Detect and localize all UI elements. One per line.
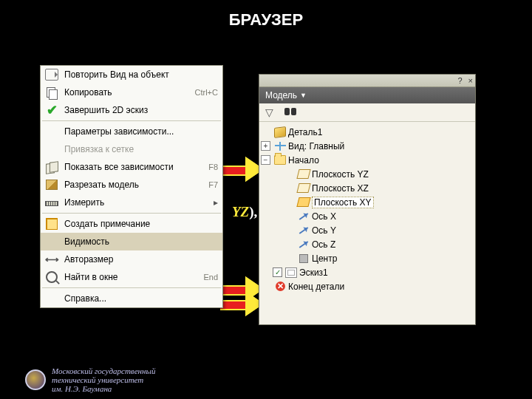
end-icon: ✕	[274, 281, 286, 293]
tree-node-label: Ось Y	[312, 225, 336, 236]
tree-sketch[interactable]: ✓Эскиз1	[261, 265, 474, 279]
tree-node-label: Конец детали	[288, 282, 344, 292]
tree-axis[interactable]: Ось X	[261, 209, 474, 223]
blank-icon	[44, 233, 60, 250]
help-button[interactable]: ?	[457, 76, 462, 85]
menu-item-label: Разрезать модель	[64, 180, 202, 190]
footer-text: Московский государственный технический у…	[52, 366, 155, 393]
menu-item-params[interactable]: Параметры зависимости...	[41, 123, 222, 140]
blank-icon	[44, 141, 60, 157]
filter-icon[interactable]: ▽	[264, 107, 274, 117]
browser-panel: ? × Модель ▼ ▽ Деталь1+Вид: Главный−Нача…	[259, 74, 476, 325]
sketch-icon	[285, 267, 297, 279]
menu-item-find[interactable]: Найти в окнеEnd	[41, 268, 222, 286]
close-button[interactable]: ×	[468, 76, 473, 85]
panel-toolbar: ▽	[259, 103, 475, 122]
axis-icon	[298, 239, 310, 250]
tree-plane[interactable]: Плоскость XY	[261, 195, 474, 209]
slide-title: БРАУЗЕР	[0, 0, 532, 30]
tree-node-label: Вид: Главный	[288, 141, 344, 151]
blank-icon	[44, 290, 60, 307]
plane-icon	[298, 197, 310, 208]
tree-toggle[interactable]: −	[261, 155, 270, 165]
tree-end[interactable]: ✕Конец детали	[261, 279, 474, 293]
footer: Московский государственный технический у…	[25, 366, 155, 393]
tree-axis[interactable]: Ось Z	[261, 237, 474, 251]
view-icon	[274, 140, 286, 152]
note-icon	[44, 216, 60, 232]
yz-label: YZ),	[232, 204, 257, 220]
tree-node-label: Центр	[312, 253, 337, 264]
menu-item-help[interactable]: Справка...	[41, 290, 222, 307]
menu-item-label: Завершить 2D эскиз	[64, 105, 218, 115]
tree-node-label: Ось X	[312, 211, 336, 222]
dim-icon: ⟷	[44, 251, 60, 267]
arrow-right-3	[220, 300, 245, 310]
menu-item-accel: Ctrl+C	[195, 88, 218, 97]
menu-item-repeat[interactable]: Повторить Вид на объект	[41, 66, 222, 83]
menu-item-label: Измерить	[64, 197, 209, 208]
menu-item-label: Видимость	[64, 236, 218, 247]
tree-node-label: Плоскость YZ	[312, 169, 369, 180]
tree-origin[interactable]: −Начало	[261, 153, 474, 167]
check-icon: ✔	[44, 102, 60, 118]
axis-icon	[298, 211, 310, 222]
menu-item-copy[interactable]: КопироватьCtrl+C	[41, 83, 222, 101]
slice-icon	[44, 177, 60, 193]
folder-icon	[274, 154, 286, 166]
tree-axis[interactable]: Ось Y	[261, 223, 474, 237]
ruler-icon	[44, 194, 60, 211]
sheets-icon	[44, 159, 60, 175]
menu-item-accel: F7	[208, 180, 218, 189]
menu-item-label: Повторить Вид на объект	[64, 69, 218, 80]
arrow-right-1	[220, 166, 245, 176]
plane-icon	[298, 168, 310, 180]
center-icon	[298, 253, 310, 265]
axis-icon	[298, 225, 310, 236]
menu-item-finish[interactable]: ✔Завершить 2D эскиз	[41, 101, 222, 119]
tree-view[interactable]: +Вид: Главный	[261, 139, 474, 153]
tree-node-label: Эскиз1	[299, 267, 328, 278]
menu-item-accel: End	[203, 273, 218, 282]
menu-item-label: Авторазмер	[64, 254, 218, 265]
menu-item-showdep[interactable]: Показать все зависимостиF8	[41, 158, 222, 176]
submenu-icon: ▸	[214, 197, 218, 208]
panel-titlebar: ? ×	[259, 75, 475, 87]
tree-node-label: Ось Z	[312, 239, 335, 250]
tree-toggle[interactable]: +	[261, 141, 270, 151]
tree-plane[interactable]: Плоскость XZ	[261, 181, 474, 195]
context-menu: Повторить Вид на объектКопироватьCtrl+C✔…	[40, 65, 223, 308]
menu-item-label: Показать все зависимости	[64, 162, 202, 172]
menu-item-autodim[interactable]: ⟷Авторазмер	[41, 250, 222, 268]
university-crest-icon	[25, 369, 46, 390]
binoculars-icon[interactable]	[284, 108, 296, 117]
copy-icon	[44, 84, 60, 100]
part-icon	[274, 126, 286, 138]
menu-item-label: Копировать	[64, 87, 189, 98]
menu-item-slice[interactable]: Разрезать модельF7	[41, 176, 222, 194]
repeat-icon	[44, 66, 60, 83]
model-tree: Деталь1+Вид: Главный−НачалоПлоскость YZП…	[259, 122, 475, 296]
menu-item-accel: F8	[208, 163, 218, 171]
menu-item-label: Создать примечание	[64, 219, 218, 229]
plane-icon	[298, 183, 310, 194]
menu-item-vis[interactable]: Видимость	[41, 233, 222, 250]
menu-item-label: Справка...	[64, 293, 218, 304]
tree-plane[interactable]: Плоскость YZ	[261, 167, 474, 181]
menu-item-annot[interactable]: Создать примечание	[41, 215, 222, 233]
tree-node-label: Плоскость XY	[312, 197, 374, 208]
blank-icon	[44, 123, 60, 140]
menu-item-label: Параметры зависимости...	[64, 126, 218, 137]
arrow-right-2	[220, 285, 245, 296]
panel-header-label: Модель	[265, 90, 297, 100]
dropdown-icon: ▼	[300, 92, 307, 99]
menu-item-measure[interactable]: Измерить▸	[41, 194, 222, 211]
tree-node-label: Деталь1	[288, 127, 322, 137]
menu-item-grid: Привязка к сетке	[41, 140, 222, 158]
tree-root[interactable]: Деталь1	[261, 125, 474, 139]
menu-item-label: Найти в окне	[64, 272, 197, 282]
checkbox[interactable]: ✓	[273, 267, 282, 277]
tree-node-label: Начало	[288, 155, 319, 166]
panel-header[interactable]: Модель ▼	[259, 87, 475, 103]
tree-center[interactable]: Центр	[261, 251, 474, 265]
